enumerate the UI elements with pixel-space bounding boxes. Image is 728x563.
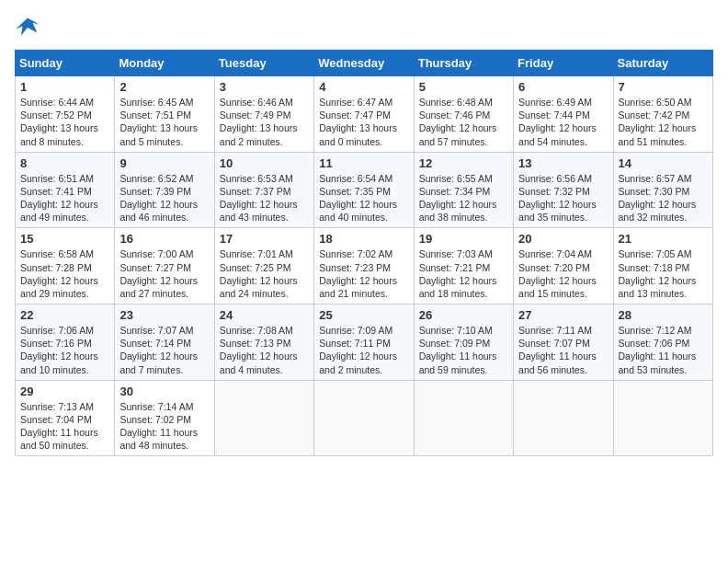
day-number: 16 (119, 232, 209, 246)
calendar-cell: 14 Sunrise: 6:57 AM Sunset: 7:30 PM Dayl… (613, 152, 712, 228)
calendar-cell (314, 380, 414, 456)
day-number: 15 (20, 232, 109, 246)
day-number: 28 (619, 308, 708, 322)
calendar-cell: 27 Sunrise: 7:11 AM Sunset: 7:07 PM Dayl… (514, 304, 613, 381)
day-number: 29 (20, 385, 109, 398)
day-number: 14 (619, 156, 708, 170)
day-info: Sunrise: 7:03 AM Sunset: 7:21 PM Dayligh… (419, 247, 508, 300)
weekday-header-tuesday: Tuesday (214, 51, 313, 76)
day-number: 20 (518, 232, 608, 246)
day-number: 5 (419, 80, 508, 94)
calendar-cell: 12 Sunrise: 6:55 AM Sunset: 7:34 PM Dayl… (414, 152, 513, 228)
calendar-table: SundayMondayTuesdayWednesdayThursdayFrid… (15, 50, 713, 456)
day-info: Sunrise: 6:49 AM Sunset: 7:44 PM Dayligh… (518, 96, 608, 148)
day-info: Sunrise: 7:12 AM Sunset: 7:06 PM Dayligh… (619, 324, 708, 376)
day-number: 7 (619, 80, 708, 94)
day-number: 27 (518, 308, 608, 322)
day-info: Sunrise: 7:04 AM Sunset: 7:20 PM Dayligh… (518, 247, 608, 300)
day-info: Sunrise: 7:00 AM Sunset: 7:27 PM Dayligh… (119, 247, 209, 300)
page-header (15, 15, 713, 40)
calendar-cell: 9 Sunrise: 6:52 AM Sunset: 7:39 PM Dayli… (115, 152, 214, 228)
calendar-cell: 29 Sunrise: 7:13 AM Sunset: 7:04 PM Dayl… (16, 380, 115, 456)
day-info: Sunrise: 6:57 AM Sunset: 7:30 PM Dayligh… (619, 172, 708, 224)
day-number: 22 (20, 308, 109, 322)
day-info: Sunrise: 6:55 AM Sunset: 7:34 PM Dayligh… (419, 172, 508, 224)
calendar-cell: 19 Sunrise: 7:03 AM Sunset: 7:21 PM Dayl… (414, 228, 513, 304)
day-number: 6 (518, 80, 608, 94)
weekday-header-saturday: Saturday (613, 51, 712, 76)
day-number: 12 (419, 156, 508, 170)
calendar-cell: 25 Sunrise: 7:09 AM Sunset: 7:11 PM Dayl… (314, 304, 414, 381)
day-number: 2 (119, 80, 209, 94)
day-number: 25 (319, 308, 408, 322)
day-info: Sunrise: 7:05 AM Sunset: 7:18 PM Dayligh… (619, 247, 708, 300)
logo-icon (15, 15, 40, 40)
day-info: Sunrise: 6:52 AM Sunset: 7:39 PM Dayligh… (119, 172, 209, 224)
calendar-cell: 17 Sunrise: 7:01 AM Sunset: 7:25 PM Dayl… (214, 228, 313, 304)
day-number: 24 (220, 308, 309, 322)
day-info: Sunrise: 6:45 AM Sunset: 7:51 PM Dayligh… (119, 96, 209, 148)
svg-marker-0 (16, 18, 39, 36)
calendar-cell: 13 Sunrise: 6:56 AM Sunset: 7:32 PM Dayl… (514, 152, 613, 228)
calendar-cell: 3 Sunrise: 6:46 AM Sunset: 7:49 PM Dayli… (214, 76, 313, 153)
day-info: Sunrise: 7:01 AM Sunset: 7:25 PM Dayligh… (220, 247, 309, 300)
calendar-cell: 2 Sunrise: 6:45 AM Sunset: 7:51 PM Dayli… (115, 76, 214, 153)
day-info: Sunrise: 7:14 AM Sunset: 7:02 PM Dayligh… (119, 400, 209, 453)
weekday-header-thursday: Thursday (414, 51, 513, 76)
calendar-cell: 1 Sunrise: 6:44 AM Sunset: 7:52 PM Dayli… (16, 76, 115, 153)
day-number: 13 (518, 156, 608, 170)
weekday-header-monday: Monday (115, 51, 214, 76)
calendar-cell: 8 Sunrise: 6:51 AM Sunset: 7:41 PM Dayli… (16, 152, 115, 228)
day-info: Sunrise: 6:51 AM Sunset: 7:41 PM Dayligh… (20, 172, 109, 224)
calendar-cell: 6 Sunrise: 6:49 AM Sunset: 7:44 PM Dayli… (514, 76, 613, 153)
day-number: 19 (419, 232, 508, 246)
calendar-cell: 20 Sunrise: 7:04 AM Sunset: 7:20 PM Dayl… (514, 228, 613, 304)
day-info: Sunrise: 6:46 AM Sunset: 7:49 PM Dayligh… (220, 96, 309, 148)
calendar-cell: 11 Sunrise: 6:54 AM Sunset: 7:35 PM Dayl… (314, 152, 414, 228)
day-info: Sunrise: 7:09 AM Sunset: 7:11 PM Dayligh… (319, 324, 408, 376)
day-number: 23 (119, 308, 209, 322)
calendar-cell: 18 Sunrise: 7:02 AM Sunset: 7:23 PM Dayl… (314, 228, 414, 304)
day-number: 1 (20, 80, 109, 94)
weekday-header-friday: Friday (514, 51, 613, 76)
calendar-cell: 26 Sunrise: 7:10 AM Sunset: 7:09 PM Dayl… (414, 304, 513, 381)
day-number: 21 (619, 232, 708, 246)
calendar-cell (214, 380, 313, 456)
calendar-cell: 4 Sunrise: 6:47 AM Sunset: 7:47 PM Dayli… (314, 76, 414, 153)
day-number: 26 (419, 308, 508, 322)
day-number: 3 (220, 80, 309, 94)
day-info: Sunrise: 6:48 AM Sunset: 7:46 PM Dayligh… (419, 96, 508, 148)
calendar-cell: 16 Sunrise: 7:00 AM Sunset: 7:27 PM Dayl… (115, 228, 214, 304)
day-info: Sunrise: 6:50 AM Sunset: 7:42 PM Dayligh… (619, 96, 708, 148)
day-info: Sunrise: 7:08 AM Sunset: 7:13 PM Dayligh… (220, 324, 309, 376)
day-info: Sunrise: 6:58 AM Sunset: 7:28 PM Dayligh… (20, 247, 109, 300)
calendar-cell (613, 380, 712, 456)
calendar-cell: 22 Sunrise: 7:06 AM Sunset: 7:16 PM Dayl… (16, 304, 115, 381)
day-number: 17 (220, 232, 309, 246)
day-info: Sunrise: 7:13 AM Sunset: 7:04 PM Dayligh… (20, 400, 109, 453)
calendar-cell (414, 380, 513, 456)
calendar-cell: 7 Sunrise: 6:50 AM Sunset: 7:42 PM Dayli… (613, 76, 712, 153)
day-info: Sunrise: 7:11 AM Sunset: 7:07 PM Dayligh… (518, 324, 608, 376)
day-number: 8 (20, 156, 109, 170)
weekday-header-wednesday: Wednesday (314, 51, 414, 76)
day-info: Sunrise: 7:06 AM Sunset: 7:16 PM Dayligh… (20, 324, 109, 376)
calendar-cell: 23 Sunrise: 7:07 AM Sunset: 7:14 PM Dayl… (115, 304, 214, 381)
day-info: Sunrise: 6:54 AM Sunset: 7:35 PM Dayligh… (319, 172, 408, 224)
day-number: 10 (220, 156, 309, 170)
day-number: 18 (319, 232, 408, 246)
calendar-cell: 28 Sunrise: 7:12 AM Sunset: 7:06 PM Dayl… (613, 304, 712, 381)
calendar-cell: 10 Sunrise: 6:53 AM Sunset: 7:37 PM Dayl… (214, 152, 313, 228)
day-number: 4 (319, 80, 408, 94)
calendar-cell: 5 Sunrise: 6:48 AM Sunset: 7:46 PM Dayli… (414, 76, 513, 153)
day-number: 9 (119, 156, 209, 170)
day-info: Sunrise: 6:56 AM Sunset: 7:32 PM Dayligh… (518, 172, 608, 224)
day-number: 11 (319, 156, 408, 170)
weekday-header-sunday: Sunday (16, 51, 115, 76)
calendar-cell (514, 380, 613, 456)
calendar-cell: 24 Sunrise: 7:08 AM Sunset: 7:13 PM Dayl… (214, 304, 313, 381)
calendar-cell: 30 Sunrise: 7:14 AM Sunset: 7:02 PM Dayl… (115, 380, 214, 456)
day-info: Sunrise: 7:02 AM Sunset: 7:23 PM Dayligh… (319, 247, 408, 300)
day-info: Sunrise: 7:10 AM Sunset: 7:09 PM Dayligh… (419, 324, 508, 376)
day-info: Sunrise: 6:53 AM Sunset: 7:37 PM Dayligh… (220, 172, 309, 224)
